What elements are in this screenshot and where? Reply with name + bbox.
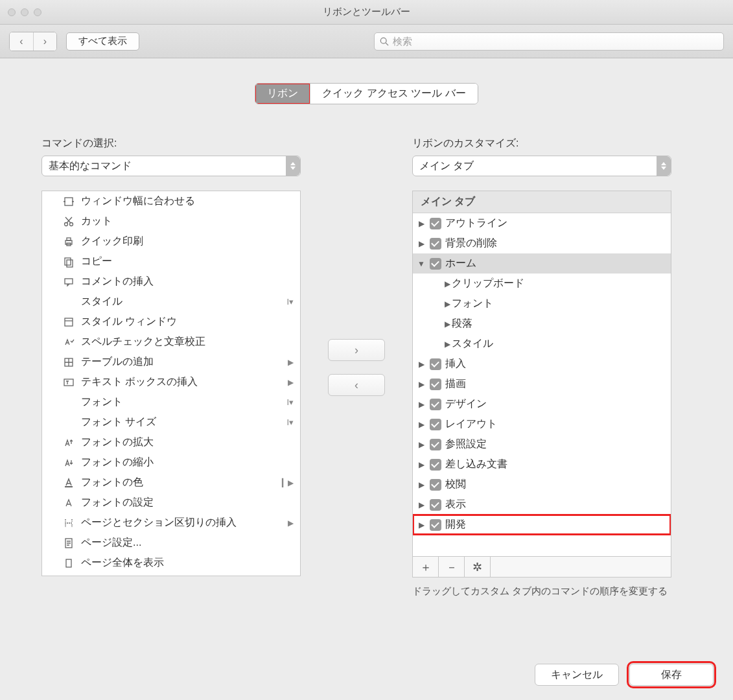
close-icon[interactable] — [8, 8, 16, 16]
tab-1[interactable]: クイック アクセス ツール バー — [310, 84, 477, 104]
cancel-button[interactable]: キャンセル — [535, 664, 619, 686]
forward-button[interactable]: › — [33, 32, 56, 51]
checkbox-checked-icon[interactable] — [430, 399, 441, 410]
disclosure-right-icon[interactable]: ▶ — [443, 279, 452, 288]
disclosure-down-icon[interactable]: ▼ — [417, 259, 426, 268]
command-item[interactable]: フォントの縮小 — [42, 452, 300, 472]
ribbon-group-item[interactable]: ▶段落 — [413, 314, 671, 334]
tree-label: 差し込み文書 — [445, 458, 507, 471]
command-item[interactable]: テーブルの追加▶ — [42, 352, 300, 372]
command-item[interactable]: テキスト ボックスの挿入▶ — [42, 372, 300, 392]
add-button[interactable]: › — [328, 339, 385, 361]
ribbon-tab-item[interactable]: ▶差し込み文書 — [413, 454, 671, 474]
submenu-arrow-icon: ▶ — [288, 358, 294, 367]
save-button[interactable]: 保存 — [629, 664, 714, 686]
command-item[interactable]: フォントの拡大 — [42, 432, 300, 452]
command-item[interactable]: クイック印刷 — [42, 231, 300, 251]
ribbon-tab-item[interactable]: ▶開発 — [413, 515, 671, 535]
disclosure-right-icon[interactable]: ▶ — [443, 320, 452, 329]
show-all-button[interactable]: すべて表示 — [66, 32, 139, 51]
tab-0[interactable]: リボン — [255, 84, 310, 104]
svg-rect-13 — [64, 379, 73, 386]
ribbon-tree[interactable]: メイン タブ ▶アウトライン▶背景の削除▼ホーム▶クリップボード▶フォント▶段落… — [412, 191, 671, 557]
command-item[interactable]: フォントの色▎▶ — [42, 472, 300, 493]
checkbox-checked-icon[interactable] — [430, 419, 441, 430]
disclosure-right-icon[interactable]: ▶ — [417, 460, 426, 469]
commands-listbox[interactable]: ウィンドウ幅に合わせるカットクイック印刷コピーコメントの挿入スタイルI▾スタイル… — [41, 191, 301, 576]
command-item[interactable]: スタイル ウィンドウ — [42, 312, 300, 332]
tab-segment: リボンクイック アクセス ツール バー — [41, 83, 692, 104]
spell-icon — [62, 335, 76, 349]
zoom-icon[interactable] — [34, 8, 41, 16]
search-field[interactable] — [374, 32, 724, 51]
minimize-icon[interactable] — [21, 8, 29, 16]
ribbon-group-item[interactable]: ▶フォント — [413, 294, 671, 314]
ribbon-tab-item[interactable]: ▶校閲 — [413, 474, 671, 495]
customize-label: リボンのカスタマイズ: — [412, 137, 671, 150]
command-item[interactable]: ウィンドウ幅に合わせる — [42, 191, 300, 211]
disclosure-right-icon[interactable]: ▶ — [417, 420, 426, 429]
command-item[interactable]: カット — [42, 211, 300, 231]
dropdown-indicator-icon: I▾ — [286, 297, 294, 307]
command-item[interactable]: ページ設定... — [42, 533, 300, 553]
cut-icon — [62, 215, 76, 229]
command-item[interactable]: コメントの挿入 — [42, 272, 300, 292]
settings-button[interactable]: ✲ — [465, 557, 491, 577]
search-icon — [380, 37, 389, 46]
style-window-icon — [62, 315, 76, 329]
disclosure-right-icon[interactable]: ▶ — [417, 380, 426, 389]
command-item[interactable]: スタイルI▾ — [42, 292, 300, 312]
remove-tab-button[interactable]: － — [439, 557, 465, 577]
checkbox-checked-icon[interactable] — [430, 358, 441, 370]
tree-label: スタイル — [452, 337, 493, 351]
tree-toolbar: ＋ － ✲ — [412, 557, 671, 578]
ribbon-tab-item[interactable]: ▶レイアウト — [413, 414, 671, 434]
remove-button[interactable]: ‹ — [328, 374, 385, 396]
commands-select-value: 基本的なコマンド — [49, 159, 132, 173]
ribbon-group-item[interactable]: ▶スタイル — [413, 334, 671, 354]
checkbox-checked-icon[interactable] — [430, 459, 441, 471]
ribbon-tab-item[interactable]: ▶アウトライン — [413, 213, 671, 233]
ribbon-group-item[interactable]: ▶クリップボード — [413, 274, 671, 294]
disclosure-right-icon[interactable]: ▶ — [417, 500, 426, 509]
font-grow-icon — [62, 436, 76, 450]
commands-select[interactable]: 基本的なコマンド — [41, 156, 301, 176]
add-tab-button[interactable]: ＋ — [413, 557, 439, 577]
command-item[interactable]: フォントI▾ — [42, 392, 300, 412]
disclosure-right-icon[interactable]: ▶ — [443, 340, 452, 349]
command-item[interactable]: ページとセクション区切りの挿入▶ — [42, 513, 300, 533]
disclosure-right-icon[interactable]: ▶ — [443, 299, 452, 309]
ribbon-tab-item[interactable]: ▶表示 — [413, 495, 671, 515]
command-item[interactable]: スペルチェックと文章校正 — [42, 332, 300, 352]
ribbon-tab-item[interactable]: ▶参照設定 — [413, 434, 671, 454]
checkbox-checked-icon[interactable] — [430, 439, 441, 450]
disclosure-right-icon[interactable]: ▶ — [417, 440, 426, 449]
checkbox-checked-icon[interactable] — [430, 218, 441, 229]
customize-select[interactable]: メイン タブ — [412, 156, 671, 176]
submenu-arrow-icon: ▶ — [288, 378, 294, 387]
disclosure-right-icon[interactable]: ▶ — [417, 400, 426, 409]
ribbon-tab-item[interactable]: ▼ホーム — [413, 253, 671, 274]
disclosure-right-icon[interactable]: ▶ — [417, 219, 426, 228]
checkbox-checked-icon[interactable] — [430, 258, 441, 270]
ribbon-tab-item[interactable]: ▶デザイン — [413, 394, 671, 414]
command-item[interactable]: フォントの設定 — [42, 493, 300, 513]
tree-label: 校閲 — [445, 478, 466, 491]
checkbox-checked-icon[interactable] — [430, 479, 441, 491]
command-item[interactable]: コピー — [42, 251, 300, 272]
ribbon-tab-item[interactable]: ▶描画 — [413, 374, 671, 394]
disclosure-right-icon[interactable]: ▶ — [417, 520, 426, 530]
disclosure-right-icon[interactable]: ▶ — [417, 239, 426, 248]
search-input[interactable] — [393, 36, 718, 47]
disclosure-right-icon[interactable]: ▶ — [417, 360, 426, 369]
ribbon-tab-item[interactable]: ▶挿入 — [413, 354, 671, 374]
checkbox-checked-icon[interactable] — [430, 238, 441, 250]
command-item[interactable]: フォント サイズI▾ — [42, 412, 300, 432]
checkbox-checked-icon[interactable] — [430, 379, 441, 390]
command-item[interactable]: ページ全体を表示 — [42, 553, 300, 573]
checkbox-checked-icon[interactable] — [430, 499, 441, 511]
checkbox-checked-icon[interactable] — [430, 519, 441, 531]
disclosure-right-icon[interactable]: ▶ — [417, 480, 426, 489]
back-button[interactable]: ‹ — [10, 32, 33, 51]
ribbon-tab-item[interactable]: ▶背景の削除 — [413, 233, 671, 253]
